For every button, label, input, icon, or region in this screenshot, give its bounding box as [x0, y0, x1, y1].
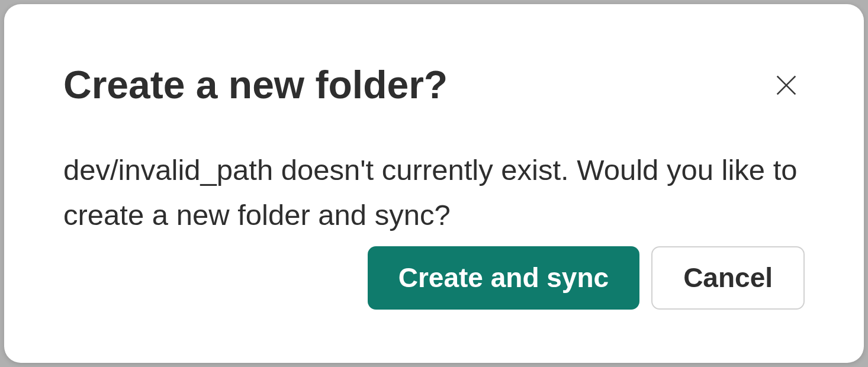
cancel-button[interactable]: Cancel [651, 246, 805, 310]
create-and-sync-button[interactable]: Create and sync [368, 246, 639, 310]
create-folder-dialog: Create a new folder? dev/invalid_path do… [4, 4, 864, 363]
dialog-title: Create a new folder? [63, 63, 448, 107]
dialog-header: Create a new folder? [63, 63, 805, 107]
dialog-footer: Create and sync Cancel [368, 246, 805, 310]
close-button[interactable] [768, 67, 805, 104]
dialog-body-text: dev/invalid_path doesn't currently exist… [63, 148, 803, 238]
close-icon [773, 72, 800, 99]
